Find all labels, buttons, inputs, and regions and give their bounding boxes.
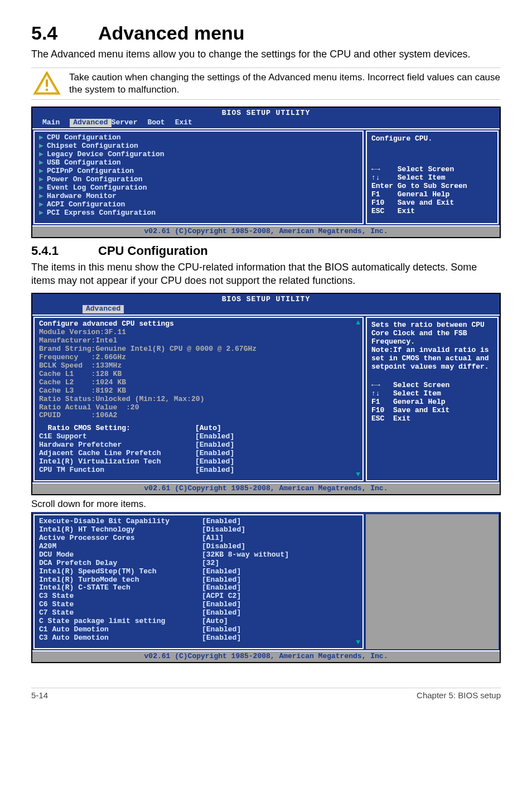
menu-legacy-device-configuration[interactable]: ▶Legacy Device Configuration [39, 151, 358, 159]
tab-exit[interactable]: Exit [175, 119, 202, 127]
svg-rect-0 [46, 79, 48, 87]
opt-dca-prefetch[interactable]: DCA Prefetch Delay[32] [39, 559, 358, 568]
scroll-up-icon[interactable]: ▲ [356, 319, 360, 327]
scroll-down-icon[interactable]: ▼ [356, 639, 360, 647]
bios-help-pane [366, 514, 499, 649]
help-text: Sets the ratio between CPU Core Clock an… [371, 321, 493, 371]
module-version: Module Version:3F.11 [39, 328, 358, 337]
section-number: 5.4 [31, 22, 98, 44]
bios-copyright: v02.61 (C)Copyright 1985-2008, American … [32, 651, 500, 662]
info-cache-l1: Cache L1 :128 KB [39, 370, 358, 379]
submenu-arrow-icon: ▶ [39, 209, 47, 218]
bios-screen-cpu-more: Execute-Disable Bit Capability[Enabled] … [31, 512, 501, 663]
info-cpuid: CPUID :106A2 [39, 412, 358, 420]
opt-c1-auto-demotion[interactable]: C1 Auto Demotion[Enabled] [39, 626, 358, 634]
subsection-paragraph: The items in this menu show the CPU-rela… [31, 260, 501, 288]
page-footer: 5-14 Chapter 5: BIOS setup [31, 688, 501, 700]
menu-power-on-configuration[interactable]: ▶Power On Configuration [39, 176, 358, 184]
caution-box: Take caution when changing the settings … [31, 67, 501, 100]
opt-cstate-tech[interactable]: Intel(R) C-STATE Tech[Enabled] [39, 584, 358, 592]
scroll-down-icon[interactable]: ▼ [356, 471, 360, 479]
menu-pci-express-configuration[interactable]: ▶PCI Express Configuration [39, 209, 358, 218]
bios-copyright: v02.61 (C)Copyright 1985-2008, American … [32, 226, 500, 237]
bios-left-pane: Execute-Disable Bit Capability[Enabled] … [33, 514, 364, 649]
cpu-settings-heading: Configure advanced CPU settings [39, 320, 358, 328]
opt-turbomode[interactable]: Intel(R) TurboMode tech[Enabled] [39, 576, 358, 584]
menu-usb-configuration[interactable]: ▶USB Configuration [39, 159, 358, 167]
opt-intel-vt[interactable]: Intel(R) Virtualization Tech[Enabled] [39, 458, 358, 466]
opt-c3-state[interactable]: C3 State[ACPI C2] [39, 592, 358, 601]
bios-help-pane: Sets the ratio between CPU Core Clock an… [366, 317, 499, 481]
submenu-arrow-icon: ▶ [39, 142, 47, 151]
opt-c1e-support[interactable]: C1E Support[Enabled] [39, 433, 358, 441]
menu-event-log-configuration[interactable]: ▶Event Log Configuration [39, 184, 358, 192]
opt-active-cores[interactable]: Active Processor Cores[All] [39, 534, 358, 543]
bios-tabbar: Advanced [32, 305, 500, 315]
nav-select-item: ↑↓ Select Item [371, 174, 493, 182]
tab-server[interactable]: Server [112, 119, 148, 127]
submenu-arrow-icon: ▶ [39, 201, 47, 209]
nav-f1: F1 General Help [371, 398, 493, 407]
opt-adj-cache-prefetch[interactable]: Adjacent Cache Line Prefetch[Enabled] [39, 450, 358, 458]
opt-a20m[interactable]: A20M[Disabled] [39, 543, 358, 551]
info-brand-string: Brand String:Genuine Intel(R) CPU @ 0000… [39, 345, 358, 354]
opt-cstate-limit[interactable]: C State package limit setting[Auto] [39, 617, 358, 626]
opt-c7-state[interactable]: C7 State[Enabled] [39, 609, 358, 617]
menu-hardware-monitor[interactable]: ▶Hardware Monitor [39, 192, 358, 201]
info-frequency: Frequency :2.66GHz [39, 354, 358, 362]
svg-point-1 [46, 89, 49, 91]
bios-copyright: v02.61 (C)Copyright 1985-2008, American … [32, 484, 500, 494]
tab-main[interactable]: Main [42, 119, 70, 127]
menu-cpu-configuration[interactable]: ▶CPU Configuration [39, 134, 358, 142]
bios-left-pane: ▶CPU Configuration ▶Chipset Configuratio… [33, 131, 364, 224]
subsection-title: CPU Configuration [98, 244, 208, 258]
info-manufacturer: Manufacturer:Intel [39, 337, 358, 345]
opt-dcu-mode[interactable]: DCU Mode[32KB 8-way without] [39, 551, 358, 559]
opt-hw-prefetcher[interactable]: Hardware Prefetcher[Enabled] [39, 441, 358, 450]
opt-ht-tech[interactable]: Intel(R) HT Technology[Disabled] [39, 526, 358, 534]
nav-enter: Enter Go to Sub Screen [371, 182, 493, 191]
intro-paragraph: The Advanced menu items allow you to cha… [31, 47, 501, 61]
tab-boot[interactable]: Boot [147, 119, 175, 127]
caution-icon [32, 71, 61, 96]
opt-c3-auto-demotion[interactable]: C3 Auto Demotion[Enabled] [39, 634, 358, 642]
submenu-arrow-icon: ▶ [39, 151, 47, 159]
info-cache-l2: Cache L2 :1024 KB [39, 379, 358, 387]
tab-advanced[interactable]: Advanced [70, 119, 111, 127]
tab-advanced[interactable]: Advanced [83, 305, 124, 313]
bios-left-pane: ▲ Configure advanced CPU settings Module… [33, 317, 364, 481]
nav-f10: F10 Save and Exit [371, 199, 493, 207]
menu-chipset-configuration[interactable]: ▶Chipset Configuration [39, 142, 358, 151]
caution-text: Take caution when changing the settings … [69, 71, 501, 96]
menu-pcipnp-configuration[interactable]: ▶PCIPnP Configuration [39, 167, 358, 176]
submenu-arrow-icon: ▶ [39, 192, 47, 201]
nav-f10: F10 Save and Exit [371, 407, 493, 415]
section-title: Advanced menu [98, 22, 245, 44]
page-number: 5-14 [31, 690, 48, 700]
subsection-number: 5.4.1 [31, 244, 98, 258]
submenu-arrow-icon: ▶ [39, 184, 47, 192]
opt-speedstep[interactable]: Intel(R) SpeedStep(TM) Tech[Enabled] [39, 568, 358, 576]
nav-select-item: ↑↓ Select Item [371, 390, 493, 398]
info-bclk-speed: BCLK Speed :133MHz [39, 362, 358, 370]
scroll-down-note: Scroll down for more items. [31, 499, 501, 510]
submenu-arrow-icon: ▶ [39, 134, 47, 142]
bios-title: BIOS SETUP UTILITY [32, 294, 500, 305]
opt-ratio-cmos[interactable]: Ratio CMOS Setting:[Auto] [39, 424, 358, 433]
bios-title: BIOS SETUP UTILITY [32, 108, 500, 119]
opt-cpu-tm[interactable]: CPU TM Function[Enabled] [39, 466, 358, 475]
opt-execute-disable[interactable]: Execute-Disable Bit Capability[Enabled] [39, 518, 358, 526]
chapter-label: Chapter 5: BIOS setup [417, 690, 501, 700]
submenu-arrow-icon: ▶ [39, 167, 47, 176]
bios-screen-cpu-config: BIOS SETUP UTILITY Advanced ▲ Configure … [31, 293, 501, 495]
info-ratio-actual: Ratio Actual Value :20 [39, 404, 358, 412]
info-cache-l3: Cache L3 :8192 KB [39, 387, 358, 395]
bios-screen-advanced: BIOS SETUP UTILITY Main Advanced Server … [31, 107, 501, 238]
submenu-arrow-icon: ▶ [39, 176, 47, 184]
bios-help-pane: Configure CPU. ←→ Select Screen ↑↓ Selec… [366, 131, 499, 224]
nav-esc: ESC Exit [371, 415, 493, 423]
info-ratio-status: Ratio Status:Unlocked (Min:12, Max:20) [39, 395, 358, 404]
nav-esc: ESC Exit [371, 207, 493, 216]
menu-acpi-configuration[interactable]: ▶ACPI Configuration [39, 201, 358, 209]
opt-c6-state[interactable]: C6 State[Enabled] [39, 601, 358, 609]
